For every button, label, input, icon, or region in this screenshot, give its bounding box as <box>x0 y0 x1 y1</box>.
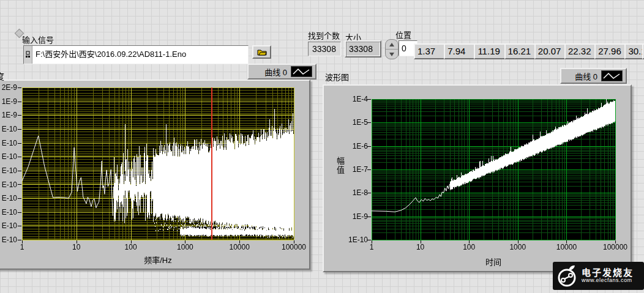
waveform-x-tick-label: 1000 <box>496 243 539 251</box>
increment-arrow-icon[interactable] <box>386 40 398 49</box>
spectrum-y-tick-label: E-10 <box>0 180 17 189</box>
waveform-plot-legend[interactable]: 曲线 0 <box>560 68 627 84</box>
waveform-y-tick-label: 1E-6 <box>319 142 368 150</box>
spectrum-partial-y-label: 度 <box>0 70 4 82</box>
waveform-x-tick-label: 100 <box>447 243 490 251</box>
elecfans-logo-icon <box>556 264 579 288</box>
reading-indicator: 22.32 <box>564 43 596 59</box>
spectrum-x-tick-label: 1 <box>1 243 43 251</box>
watermark-url: www.elecfans.com <box>582 278 634 284</box>
waveform-y-tick-label: 1E-8 <box>319 188 368 197</box>
reading-indicator: 27.96 <box>594 43 626 59</box>
spectrum-x-tick-label: 10000 <box>218 243 261 251</box>
waveform-legend-label: 曲线 0 <box>575 70 597 82</box>
file-path-input[interactable]: F:\西安外出\西安\2016.09.22\AD811-1.Eno <box>23 45 249 64</box>
spectrum-y-tick-label: 1E-9 <box>0 97 17 106</box>
spectrum-x-tick-label: 10 <box>55 243 98 251</box>
found-count-label: 找到个数 <box>308 29 340 41</box>
waveform-x-tick-label: 100000 <box>594 243 637 251</box>
waveform-y-tick-label: 1E-7 <box>319 165 368 174</box>
position-spinner[interactable] <box>385 39 399 59</box>
folder-icon <box>257 49 267 56</box>
reading-indicator: 16.21 <box>504 43 536 59</box>
watermark-brand: 电子发烧友 <box>582 268 634 278</box>
spectrum-legend-label: 曲线 0 <box>264 66 287 78</box>
position-label: 位置 <box>395 29 411 40</box>
spectrum-legend-line-icon[interactable] <box>291 66 312 77</box>
waveform-y-tick-label: 1E-9 <box>319 212 368 221</box>
browse-button[interactable] <box>252 45 271 59</box>
waveform-graph-title: 波形图 <box>325 71 349 83</box>
spectrum-x-tick-label: 100000 <box>272 243 315 251</box>
waveform-y-tick-label: 1E-5 <box>319 118 368 127</box>
waveform-y-tick-label: 1E-4 <box>319 95 368 103</box>
waveform-x-tick-label: 10 <box>399 243 442 251</box>
decrement-arrow-icon[interactable] <box>386 49 398 59</box>
waveform-x-tick-label: 1 <box>350 243 393 251</box>
waveform-legend-line-icon[interactable] <box>601 70 623 81</box>
size-indicator: 33308 <box>345 40 381 57</box>
spectrum-y-tick-label: 2E-9 <box>0 83 17 92</box>
spectrum-plot-legend[interactable]: 曲线 0 <box>247 64 316 80</box>
watermark: 电子发烧友 www.elecfans.com <box>553 262 644 290</box>
spectrum-y-tick-label: E-10 <box>0 125 17 133</box>
spectrum-y-tick-label: E-10 <box>0 194 17 202</box>
waveform-x-axis-title: 时间 <box>457 256 530 267</box>
spectrum-x-axis-title: 频率/Hz <box>115 254 201 265</box>
spectrum-y-tick-label: E-10 <box>0 221 17 230</box>
path-type-icon <box>24 46 32 64</box>
spectrum-y-tick-label: E-10 <box>0 139 17 147</box>
input-signal-label: 输入信号 <box>22 34 54 45</box>
spectrum-y-tick-label: 1E-9 <box>0 111 17 119</box>
spectrum-x-tick-label: 100 <box>110 243 152 251</box>
found-count-indicator: 33308 <box>308 42 341 56</box>
spectrum-y-tick-label: E-10 <box>0 208 17 217</box>
reading-indicator: 1.37 <box>414 43 446 59</box>
file-path-value[interactable]: F:\西安外出\西安\2016.09.22\AD811-1.Eno <box>32 46 186 64</box>
reading-indicator: 11.19 <box>474 43 506 59</box>
labview-front-panel: 输入信号 F:\西安外出\西安\2016.09.22\AD811-1.Eno 找… <box>0 0 644 293</box>
reading-indicator: 30.17 <box>624 43 644 59</box>
spectrum-y-tick-label: E-10 <box>0 152 17 161</box>
spectrum-graph-panel <box>0 80 310 270</box>
waveform-x-tick-label: 10000 <box>545 243 588 251</box>
spectrum-y-tick-label: E-10 <box>0 166 17 175</box>
reading-indicator: 20.07 <box>534 43 566 59</box>
reading-indicator: 7.94 <box>444 43 476 59</box>
spectrum-x-tick-label: 1000 <box>163 243 206 251</box>
